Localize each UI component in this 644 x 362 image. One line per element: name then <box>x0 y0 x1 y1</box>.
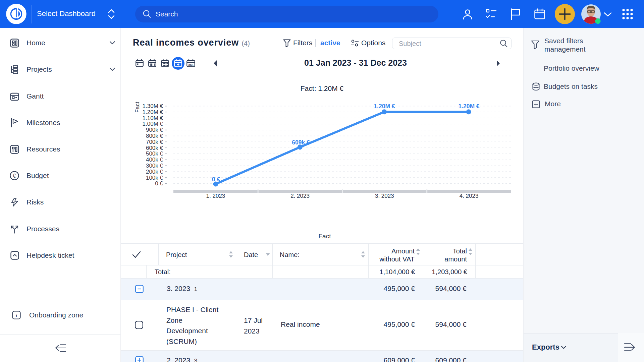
svg-text:400k €: 400k € <box>146 157 163 163</box>
svg-text:€: € <box>13 173 16 179</box>
svg-text:2. 2023: 2. 2023 <box>290 193 310 199</box>
svg-text:i: i <box>16 313 17 318</box>
svg-text:1.00M €: 1.00M € <box>143 121 163 127</box>
svg-text:100k €: 100k € <box>146 175 163 181</box>
svg-text:300k €: 300k € <box>146 163 163 169</box>
svg-text:1. 2023: 1. 2023 <box>206 193 225 199</box>
svg-text:200k €: 200k € <box>146 169 163 175</box>
svg-text:1.20M €: 1.20M € <box>143 109 163 115</box>
svg-text:4. 2023: 4. 2023 <box>460 193 479 199</box>
svg-text:1.20M €: 1.20M € <box>374 103 395 110</box>
svg-text:500k €: 500k € <box>146 150 163 157</box>
svg-text:1.20M €: 1.20M € <box>458 103 479 110</box>
svg-text:800k €: 800k € <box>146 133 163 139</box>
svg-text:600k €: 600k € <box>146 145 163 151</box>
svg-text:1.10M €: 1.10M € <box>143 115 163 121</box>
svg-text:609k €: 609k € <box>292 139 310 146</box>
svg-text:1.30M €: 1.30M € <box>143 103 163 109</box>
svg-text:Fact: Fact <box>134 102 141 113</box>
svg-text:0 €: 0 € <box>212 176 220 183</box>
svg-text:700k €: 700k € <box>146 139 163 145</box>
svg-text:900k €: 900k € <box>146 127 163 133</box>
svg-text:365: 365 <box>188 63 193 67</box>
svg-text:3. 2023: 3. 2023 <box>375 193 394 199</box>
svg-text:0 €: 0 € <box>155 180 163 187</box>
